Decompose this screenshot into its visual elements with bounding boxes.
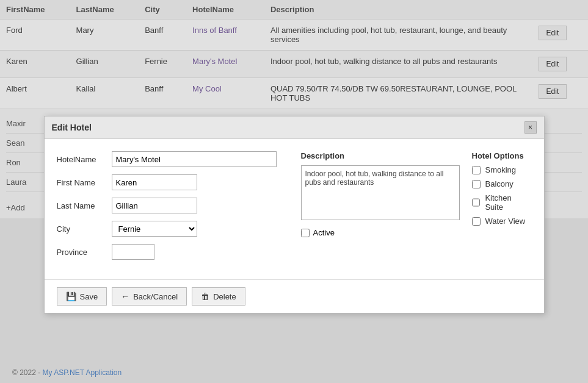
save-button[interactable]: 💾 Save	[57, 287, 107, 306]
modal-options-section: Hotel Options Smoking Balcony Kitchen Su…	[472, 151, 532, 267]
modal-title: Edit Hotel	[52, 123, 92, 132]
hotel-name-input[interactable]	[112, 151, 277, 167]
option-label-1: Balcony	[485, 179, 514, 188]
back-cancel-button[interactable]: ← Back/Cancel	[112, 287, 187, 306]
option-label-3: Water View	[485, 217, 526, 226]
edit-hotel-modal: Edit Hotel × HotelName First Name Last N…	[44, 116, 545, 313]
hotel-option-row: Balcony	[472, 179, 532, 188]
delete-button[interactable]: 🗑 Delete	[192, 287, 245, 306]
hotel-option-row: Water View	[472, 217, 532, 226]
first-name-row: First Name	[57, 174, 289, 190]
modal-form-left: HotelName First Name Last Name City Banf…	[57, 151, 289, 267]
city-label: City	[57, 224, 112, 234]
hotel-options-list: Smoking Balcony Kitchen Suite Water View	[472, 165, 532, 226]
back-icon: ←	[121, 292, 129, 301]
city-select[interactable]: BanffFernieCalgaryCanmore	[112, 221, 197, 237]
hotel-name-row: HotelName	[57, 151, 289, 167]
modal-description-section: Description Active	[301, 151, 460, 267]
province-input[interactable]	[112, 244, 154, 260]
hotel-option-row: Kitchen Suite	[472, 193, 532, 212]
hotel-name-label: HotelName	[57, 155, 112, 164]
hotel-options-label: Hotel Options	[472, 151, 532, 160]
option-checkbox-3[interactable]	[472, 217, 481, 226]
province-row: Province	[57, 244, 289, 260]
delete-icon: 🗑	[201, 292, 209, 301]
hotel-option-row: Smoking	[472, 165, 532, 174]
active-label: Active	[313, 228, 335, 237]
footer-text: © 2022 -	[12, 368, 43, 377]
description-textarea[interactable]	[301, 165, 460, 220]
save-icon: 💾	[66, 292, 76, 301]
modal-body: HotelName First Name Last Name City Banf…	[45, 139, 544, 279]
footer-link[interactable]: My ASP.NET Application	[43, 368, 122, 377]
last-name-input[interactable]	[112, 198, 197, 213]
option-checkbox-1[interactable]	[472, 180, 481, 188]
delete-label: Delete	[213, 292, 236, 301]
province-label: Province	[57, 248, 112, 257]
last-name-label: Last Name	[57, 201, 112, 210]
modal-overlay: Edit Hotel × HotelName First Name Last N…	[0, 0, 588, 383]
back-cancel-label: Back/Cancel	[133, 292, 178, 301]
active-checkbox[interactable]	[301, 229, 310, 237]
city-row: City BanffFernieCalgaryCanmore	[57, 221, 289, 237]
description-label: Description	[301, 151, 460, 160]
modal-footer: 💾 Save ← Back/Cancel 🗑 Delete	[45, 279, 544, 313]
last-name-row: Last Name	[57, 198, 289, 213]
option-label-0: Smoking	[485, 165, 517, 174]
option-label-2: Kitchen Suite	[485, 193, 531, 212]
first-name-label: First Name	[57, 178, 112, 187]
active-row: Active	[301, 228, 460, 237]
save-label: Save	[80, 292, 98, 301]
option-checkbox-2[interactable]	[472, 198, 481, 207]
first-name-input[interactable]	[112, 174, 197, 190]
option-checkbox-0[interactable]	[472, 166, 481, 174]
modal-header: Edit Hotel ×	[45, 116, 544, 139]
page-footer: © 2022 - My ASP.NET Application	[12, 368, 122, 377]
modal-close-button[interactable]: ×	[524, 121, 537, 134]
